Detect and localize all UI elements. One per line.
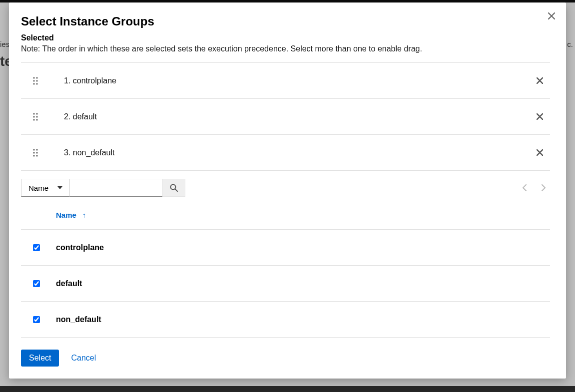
- select-button[interactable]: Select: [21, 350, 59, 367]
- selected-row[interactable]: 1. controlplane: [21, 63, 550, 99]
- svg-point-9: [36, 116, 37, 117]
- option-checkbox[interactable]: [33, 244, 40, 251]
- options-list: controlplane default non_default: [21, 229, 550, 338]
- svg-point-14: [33, 152, 34, 153]
- svg-point-13: [36, 149, 37, 150]
- modal-actions: Select Cancel: [21, 338, 550, 367]
- option-name: non_default: [56, 315, 101, 324]
- search-button[interactable]: [162, 179, 185, 197]
- svg-point-5: [36, 83, 37, 84]
- svg-point-11: [36, 119, 37, 120]
- svg-point-2: [33, 80, 34, 81]
- remove-icon[interactable]: [532, 109, 548, 124]
- selected-row[interactable]: 2. default: [21, 99, 550, 135]
- svg-point-3: [36, 80, 37, 81]
- modal-title: Select Instance Groups: [21, 14, 550, 28]
- drag-handle-icon[interactable]: [33, 77, 38, 85]
- prev-page-icon[interactable]: [522, 184, 527, 191]
- cancel-button[interactable]: Cancel: [71, 354, 96, 363]
- drag-handle-icon[interactable]: [33, 149, 38, 157]
- selected-label: Selected: [21, 33, 550, 42]
- selected-row[interactable]: 3. non_default: [21, 135, 550, 171]
- selected-item-label: 2. default: [64, 112, 532, 121]
- option-name: controlplane: [56, 243, 104, 252]
- remove-icon[interactable]: [532, 73, 548, 88]
- selected-list: 1. controlplane 2. default 3. non_defaul…: [21, 62, 550, 171]
- filter-field-label: Name: [28, 184, 48, 192]
- option-name: default: [56, 279, 82, 288]
- svg-line-19: [175, 189, 178, 192]
- filter-field-dropdown[interactable]: Name: [21, 179, 70, 197]
- list-item: controlplane: [21, 230, 550, 266]
- column-header-name[interactable]: Name ↑: [56, 211, 86, 219]
- svg-point-10: [33, 119, 34, 120]
- svg-point-6: [33, 113, 34, 114]
- pager: [522, 184, 550, 191]
- filter-input[interactable]: [70, 179, 162, 197]
- svg-point-12: [33, 149, 34, 150]
- select-instance-groups-modal: Select Instance Groups Selected Note: Th…: [9, 2, 566, 379]
- selected-item-label: 3. non_default: [64, 148, 532, 157]
- drag-handle-icon[interactable]: [33, 113, 38, 121]
- svg-point-7: [36, 113, 37, 114]
- svg-point-17: [36, 155, 37, 156]
- option-checkbox[interactable]: [33, 280, 40, 287]
- chevron-down-icon: [57, 186, 62, 189]
- svg-point-16: [33, 155, 34, 156]
- svg-point-15: [36, 152, 37, 153]
- search-icon: [170, 184, 178, 192]
- column-header-name-label: Name: [56, 211, 76, 219]
- svg-point-1: [36, 77, 37, 78]
- note-text: Note: The order in which these are selec…: [21, 44, 550, 53]
- list-item: default: [21, 266, 550, 302]
- svg-point-4: [33, 83, 34, 84]
- svg-point-0: [33, 77, 34, 78]
- modal-overlay: Select Instance Groups Selected Note: Th…: [0, 0, 575, 392]
- selected-item-label: 1. controlplane: [64, 76, 532, 85]
- option-checkbox[interactable]: [33, 316, 40, 323]
- close-icon[interactable]: [548, 12, 555, 19]
- table-header: Name ↑: [21, 201, 550, 229]
- next-page-icon[interactable]: [541, 184, 546, 191]
- sort-asc-icon: ↑: [82, 211, 86, 219]
- svg-point-8: [33, 116, 34, 117]
- remove-icon[interactable]: [532, 145, 548, 160]
- filter-bar: Name: [21, 179, 550, 197]
- list-item: non_default: [21, 302, 550, 338]
